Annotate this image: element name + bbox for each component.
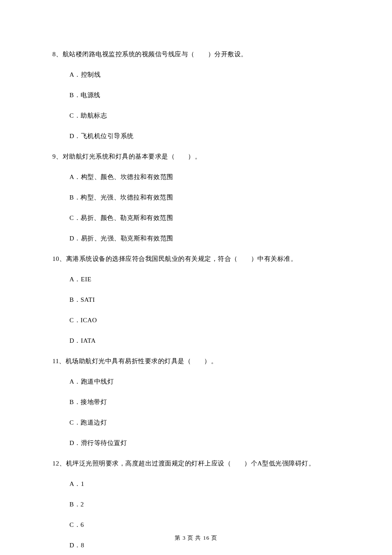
question-8: 8、航站楼闭路电视监控系统的视频信号线应与（ ）分开敷设。 A．控制线 B．电源…	[52, 49, 340, 141]
question-options: A．构型、颜色、坎德拉和有效范围 B．构型、光强、坎德拉和有效范围 C．易折、颜…	[52, 172, 340, 243]
option-c: C．助航标志	[69, 110, 340, 121]
option-d: D．滑行等待位置灯	[69, 438, 340, 448]
option-a: A．构型、颜色、坎德拉和有效范围	[69, 172, 340, 182]
option-b: B．SATI	[69, 295, 340, 305]
option-a: A．跑道中线灯	[69, 376, 340, 387]
question-options: A．控制线 B．电源线 C．助航标志 D．飞机机位引导系统	[52, 69, 340, 141]
question-11: 11、机场助航灯光中具有易折性要求的灯具是（ ）。 A．跑道中线灯 B．接地带灯…	[52, 356, 340, 448]
option-a: A．控制线	[69, 69, 340, 80]
question-text: 12、机坪泛光照明要求，高度超出过渡面规定的灯杆上应设（ ）个A型低光强障碍灯。	[52, 458, 340, 468]
option-a: A．EIE	[69, 274, 340, 284]
question-options: A．EIE B．SATI C．ICAO D．IATA	[52, 274, 340, 346]
question-text: 11、机场助航灯光中具有易折性要求的灯具是（ ）。	[52, 356, 340, 366]
option-b: B．电源线	[69, 90, 340, 100]
option-b: B．2	[69, 499, 340, 509]
option-c: C．6	[69, 520, 340, 530]
option-d: D．易折、光强、勒克斯和有效范围	[69, 233, 340, 243]
option-b: B．构型、光强、坎德拉和有效范围	[69, 192, 340, 202]
question-options: A．跑道中线灯 B．接地带灯 C．跑道边灯 D．滑行等待位置灯	[52, 376, 340, 448]
option-c: C．ICAO	[69, 315, 340, 325]
page-footer: 第 3 页 共 16 页	[0, 534, 392, 542]
question-text: 10、离港系统设备的选择应符合我国民航业的有关规定，符合（ ）中有关标准。	[52, 254, 340, 264]
option-b: B．接地带灯	[69, 397, 340, 407]
option-c: C．易折、颜色、勒克斯和有效范围	[69, 213, 340, 223]
question-text: 9、对助航灯光系统和灯具的基本要求是（ ）。	[52, 151, 340, 162]
page-content: 8、航站楼闭路电视监控系统的视频信号线应与（ ）分开敷设。 A．控制线 B．电源…	[0, 0, 392, 550]
option-a: A．1	[69, 479, 340, 489]
option-d: D．IATA	[69, 335, 340, 346]
option-c: C．跑道边灯	[69, 417, 340, 428]
question-text: 8、航站楼闭路电视监控系统的视频信号线应与（ ）分开敷设。	[52, 49, 340, 59]
question-9: 9、对助航灯光系统和灯具的基本要求是（ ）。 A．构型、颜色、坎德拉和有效范围 …	[52, 151, 340, 243]
option-d: D．飞机机位引导系统	[69, 131, 340, 141]
question-10: 10、离港系统设备的选择应符合我国民航业的有关规定，符合（ ）中有关标准。 A．…	[52, 254, 340, 346]
